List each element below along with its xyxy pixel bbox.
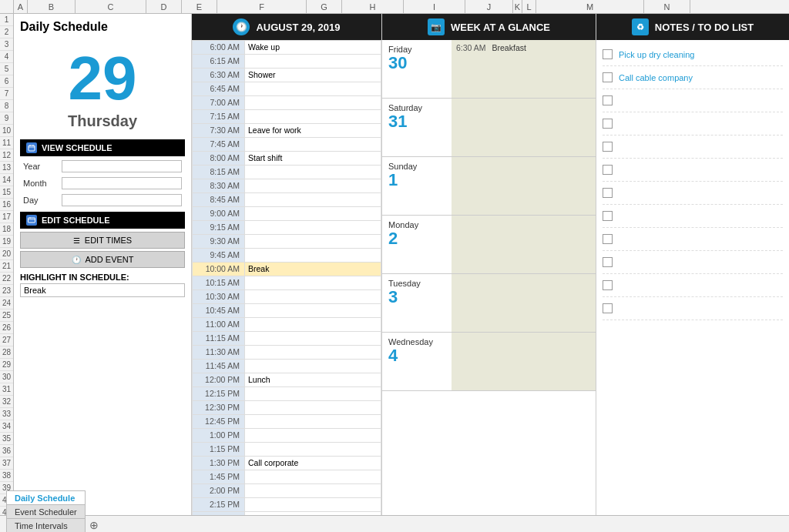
app-title: Daily Schedule (20, 17, 185, 40)
week-day-label: Friday 30 (382, 40, 452, 98)
schedule-row: 2:00 PM (193, 484, 381, 498)
row-num-4: 4 (0, 51, 13, 63)
col-headers: ABCDEFGHIJKLMN (14, 0, 789, 14)
schedule-row: 10:30 AM (193, 290, 381, 304)
schedule-event (245, 318, 381, 332)
highlight-input[interactable] (20, 283, 185, 297)
corner-cell (0, 0, 14, 14)
day-input[interactable] (62, 194, 182, 206)
schedule-time: 10:45 AM (193, 304, 245, 318)
todo-checkbox[interactable] (603, 165, 613, 175)
schedule-time: 10:30 AM (193, 290, 245, 304)
schedule-table: 6:00 AM Wake up 6:15 AM 6:30 AM Shower 6… (192, 40, 381, 515)
schedule-time: 11:30 AM (193, 346, 245, 360)
schedule-row: 9:15 AM (193, 221, 381, 235)
schedule-time: 6:30 AM (193, 69, 245, 82)
add-event-button[interactable]: 🕐 ADD EVENT (20, 251, 185, 268)
month-input[interactable] (62, 177, 182, 189)
col-header-N: N (644, 0, 690, 13)
schedule-event: Shower (245, 69, 381, 82)
col-header-C: C (76, 0, 146, 13)
week-day-events: 6:30 AM Breakfast (452, 40, 596, 98)
todo-checkbox[interactable] (603, 95, 613, 105)
schedule-event (245, 138, 381, 152)
schedule-time: 7:45 AM (193, 138, 245, 152)
schedule-time: 11:00 AM (193, 318, 245, 332)
schedule-row: 11:45 AM (193, 360, 381, 373)
todo-checkbox[interactable] (603, 72, 613, 82)
schedule-row: 1:45 PM (193, 470, 381, 484)
schedule-event (245, 498, 381, 512)
schedule-time: 7:15 AM (193, 110, 245, 124)
schedule-row: 1:00 PM (193, 429, 381, 443)
schedule-event (245, 207, 381, 221)
week-event: 6:30 AM Breakfast (456, 43, 591, 52)
todo-item (603, 205, 783, 228)
notes-icon: ♻ (632, 18, 649, 35)
schedule-row: 1:30 PM Call corporate (193, 457, 381, 470)
schedule-row: 1:15 PM (193, 443, 381, 457)
sheet-body: 1234567891011121314151617181920212223242… (0, 14, 789, 515)
todo-checkbox[interactable] (603, 280, 613, 290)
row-num-9: 9 (0, 112, 13, 125)
schedule-time: 1:30 PM (193, 457, 245, 470)
week-panel: 📷 WEEK AT A GLANCE Friday 30 6:30 AM Bre… (382, 14, 596, 515)
schedule-row: 7:30 AM Leave for work (193, 124, 381, 138)
schedule-event (245, 179, 381, 193)
col-header-D: D (146, 0, 182, 13)
schedule-event (245, 360, 381, 373)
year-input[interactable] (62, 160, 182, 172)
schedule-time: 10:15 AM (193, 276, 245, 290)
schedule-row: 7:15 AM (193, 110, 381, 124)
edit-schedule-header: EDIT SCHEDULE (20, 212, 185, 229)
todo-text: Call cable company (619, 73, 693, 82)
todo-checkbox[interactable] (603, 234, 613, 244)
row-num-16: 16 (0, 199, 13, 211)
schedule-row: 10:15 AM (193, 276, 381, 290)
schedule-event (245, 304, 381, 318)
todo-checkbox[interactable] (603, 211, 613, 221)
todo-checkbox[interactable] (603, 142, 613, 152)
row-num-33: 33 (0, 408, 13, 420)
todo-checkbox[interactable] (603, 49, 613, 59)
schedule-row: 9:30 AM (193, 235, 381, 249)
svg-rect-0 (29, 146, 35, 151)
row-num-20: 20 (0, 248, 13, 260)
notes-header: ♻ NOTES / TO DO LIST (596, 14, 789, 40)
schedule-event (245, 235, 381, 249)
schedule-event (245, 443, 381, 457)
schedule-row: 10:45 AM (193, 304, 381, 318)
row-num-21: 21 (0, 260, 13, 273)
todo-checkbox[interactable] (603, 119, 613, 129)
schedule-time: 1:00 PM (193, 429, 245, 443)
todo-item (603, 159, 783, 182)
todo-text: Pick up dry cleaning (619, 50, 694, 59)
edit-times-label: EDIT TIMES (85, 236, 132, 245)
row-num-38: 38 (0, 470, 13, 482)
week-day-number: 31 (388, 112, 445, 131)
edit-times-button[interactable]: ☰ EDIT TIMES (20, 232, 185, 249)
tab-time-intervals[interactable]: Time Intervals (6, 518, 86, 532)
schedule-event (245, 401, 381, 415)
row-num-15: 15 (0, 186, 13, 199)
row-num-22: 22 (0, 273, 13, 285)
week-day-label: Sunday 1 (382, 157, 452, 215)
schedule-event (245, 82, 381, 96)
todo-item (603, 297, 783, 320)
schedule-event (245, 55, 381, 69)
schedule-row: 8:30 AM (193, 179, 381, 193)
schedule-time: 12:45 PM (193, 415, 245, 429)
todo-checkbox[interactable] (603, 257, 613, 267)
add-tab-button[interactable]: ⊕ (87, 518, 101, 532)
schedule-event (245, 193, 381, 207)
todo-checkbox[interactable] (603, 303, 613, 313)
schedule-event (245, 110, 381, 124)
column-headers-row: ABCDEFGHIJKLMN (0, 0, 789, 14)
week-day-block: Wednesday 4 (382, 333, 596, 391)
row-num-19: 19 (0, 236, 13, 248)
row-num-1: 1 (0, 14, 13, 26)
todo-checkbox[interactable] (603, 188, 613, 198)
week-day-label: Saturday 31 (382, 99, 452, 156)
schedule-time: 8:45 AM (193, 193, 245, 207)
sheet-wrapper: ABCDEFGHIJKLMN 1234567891011121314151617… (0, 0, 789, 532)
